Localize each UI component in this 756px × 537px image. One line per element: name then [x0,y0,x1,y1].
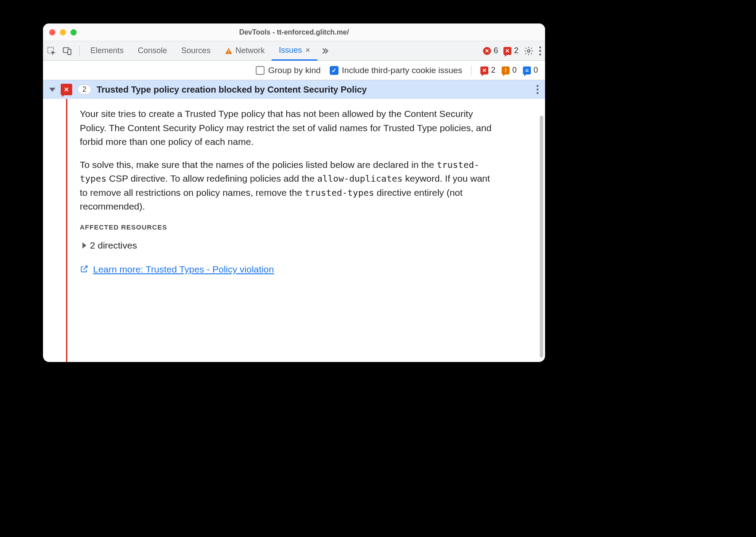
learn-more-row: Learn more: Trusted Types - Policy viola… [80,262,498,276]
issue-count-pill: 2 [78,85,91,94]
device-toolbar-icon[interactable] [62,46,72,56]
issue-info-icon: ≡ [523,66,531,74]
svg-rect-2 [68,49,71,54]
warning-icon [225,47,233,55]
tab-issues[interactable]: Issues × [272,41,317,61]
more-tabs-icon[interactable] [320,46,330,56]
window-title: DevTools - tt-enforced.glitch.me/ [43,28,545,36]
inspect-element-icon[interactable] [47,46,56,56]
divider [471,65,472,76]
issue-error-count[interactable]: ✕ 2 [503,46,518,55]
svg-point-8 [539,53,541,55]
tab-console-label: Console [138,46,167,55]
group-by-kind-label: Group by kind [268,66,320,75]
svg-point-9 [537,85,538,87]
scrollbar[interactable] [540,116,543,358]
svg-point-7 [539,50,541,51]
directives-expander[interactable]: 2 directives [82,238,498,253]
include-third-party-checkbox[interactable]: ✓ Include third-party cookie issues [330,66,462,75]
window-controls [43,29,77,35]
issues-count-info-value: 0 [534,66,538,75]
issue-menu-icon[interactable] [536,85,539,94]
devtools-window: DevTools - tt-enforced.glitch.me/ Elemen… [43,23,545,362]
issues-count-error-value: 2 [491,66,495,75]
external-link-icon [80,265,89,273]
titlebar: DevTools - tt-enforced.glitch.me/ [43,23,545,41]
tab-elements[interactable]: Elements [83,41,131,61]
issue-error-icon: ✕ [503,47,511,55]
affected-resources-label: AFFECTED RESOURCES [80,222,498,233]
svg-point-11 [537,92,538,94]
main-tabbar: Elements Console Sources Network Issues … [43,41,545,61]
issue-title: Trusted Type policy creation blocked by … [97,85,367,95]
include-third-party-label: Include third-party cookie issues [342,66,462,75]
issue-description-1: Your site tries to create a Trusted Type… [80,107,498,149]
tab-sources[interactable]: Sources [174,41,218,61]
issue-description-2: To solve this, make sure that the names … [80,158,498,214]
directives-count-label: 2 directives [90,238,137,253]
tab-elements-label: Elements [90,46,124,55]
issue-warning-icon: ! [502,66,510,74]
issue-error-count-value: 2 [514,46,518,55]
settings-icon[interactable] [524,46,534,56]
svg-rect-4 [228,52,229,53]
issue-severity-icon: ✕ [61,84,72,95]
text: To solve this, make sure that the names … [80,160,436,170]
learn-more-link[interactable]: Learn more: Trusted Types - Policy viola… [93,262,274,276]
issues-panel: ✕ 2 Trusted Type policy creation blocked… [43,80,545,362]
error-count[interactable]: ✕ 6 [483,46,498,55]
group-by-kind-checkbox[interactable]: Group by kind [256,66,320,75]
svg-point-6 [539,46,541,48]
tab-network-label: Network [235,46,265,55]
minimize-window-button[interactable] [60,29,66,35]
text: CSP directive. To allow redefining polic… [106,173,317,183]
tab-console[interactable]: Console [131,41,174,61]
issues-count-warning[interactable]: ! 0 [502,66,517,75]
maximize-window-button[interactable] [70,29,77,35]
expand-right-icon [82,242,86,249]
error-count-value: 6 [494,46,498,55]
tab-network[interactable]: Network [218,41,272,61]
issues-count-info[interactable]: ≡ 0 [523,66,538,75]
close-tab-icon[interactable]: × [305,46,310,55]
issue-body: Your site tries to create a Trusted Type… [43,99,545,362]
issue-error-icon: ✕ [480,66,488,74]
issues-count-error[interactable]: ✕ 2 [480,66,495,75]
issues-toolbar: Group by kind ✓ Include third-party cook… [43,61,545,80]
code-allow-duplicates: allow-duplicates [317,173,403,184]
expand-caret-icon[interactable] [49,88,55,92]
divider [79,46,80,56]
svg-rect-3 [228,50,229,52]
issues-count-warning-value: 0 [512,66,517,75]
issue-header[interactable]: ✕ 2 Trusted Type policy creation blocked… [43,80,545,99]
code-trusted-types-2: trusted-types [305,187,374,198]
tab-issues-label: Issues [279,46,302,55]
checkbox-checked-icon: ✓ [330,66,339,75]
kebab-menu-icon[interactable] [539,46,542,56]
close-window-button[interactable] [49,29,55,35]
tab-sources-label: Sources [181,46,210,55]
error-icon: ✕ [483,47,491,55]
svg-point-5 [527,50,530,52]
svg-point-10 [537,89,538,90]
checkbox-unchecked-icon [256,66,265,75]
